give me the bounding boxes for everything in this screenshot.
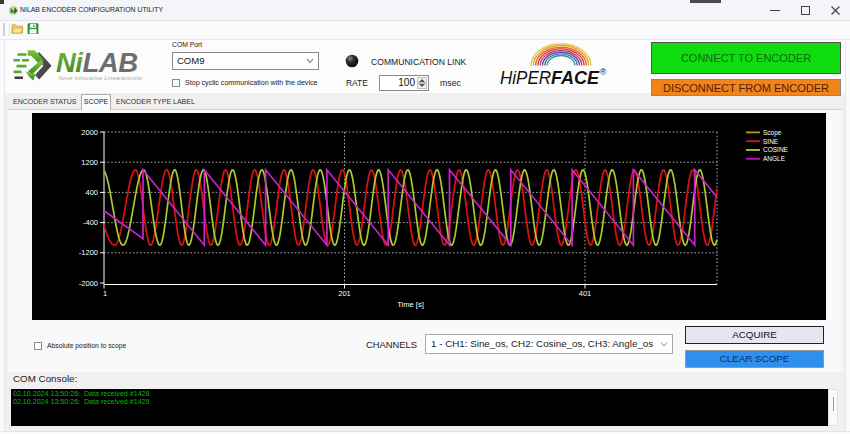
svg-text:-400: -400	[83, 218, 98, 227]
svg-text:2000: 2000	[81, 128, 98, 137]
svg-text:-1200: -1200	[79, 248, 98, 257]
svg-text:®: ®	[600, 67, 607, 77]
svg-text:1: 1	[103, 289, 107, 298]
svg-text:Time [s]: Time [s]	[397, 300, 424, 309]
svg-text:Scope: Scope	[763, 129, 782, 137]
svg-text:COSINE: COSINE	[763, 146, 789, 153]
svg-text:201: 201	[338, 289, 351, 298]
svg-text:Neue innovative Linearantriebe: Neue innovative Linearantriebe	[59, 75, 143, 81]
svg-text:401: 401	[579, 289, 592, 298]
svg-text:HiPERFACE: HiPERFACE	[500, 67, 600, 88]
svg-text:-2000: -2000	[79, 279, 98, 288]
svg-text:NiLAB: NiLAB	[56, 47, 138, 78]
svg-text:ANGLE: ANGLE	[763, 155, 786, 162]
svg-text:1200: 1200	[81, 158, 98, 167]
svg-text:400: 400	[85, 188, 98, 197]
svg-text:SINE: SINE	[763, 138, 779, 145]
